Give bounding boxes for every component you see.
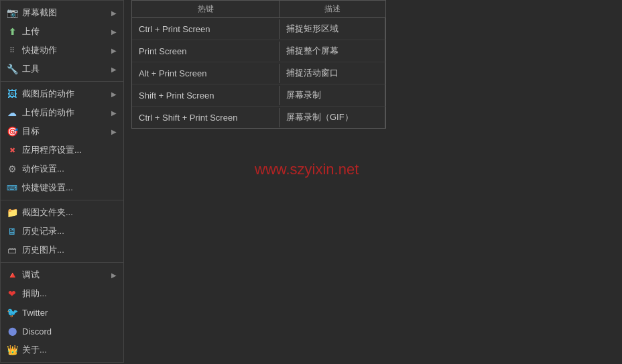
- hotkey-shortcut-3: Shift + Print Screen: [132, 86, 279, 105]
- twitter-label: Twitter: [22, 308, 117, 318]
- hotkey-row-4[interactable]: Ctrl + Shift + Print Screen屏幕录制（GIF）: [132, 107, 385, 128]
- header-desc-label: 描述: [279, 1, 385, 17]
- hotkeys-panel: 热键 描述 Ctrl + Print Screen捕捉矩形区域Print Scr…: [131, 0, 386, 129]
- screenshot-label: 屏幕截图: [22, 7, 111, 19]
- menu-item-hotkey-settings[interactable]: ⌨快捷键设置...: [1, 178, 123, 197]
- after-upload-icon: ☁: [6, 107, 18, 119]
- menu-item-donate[interactable]: ❤捐助...: [1, 284, 123, 303]
- menu-item-destinations[interactable]: 🎯目标▶: [1, 122, 123, 141]
- menu-item-screenshot[interactable]: 📷屏幕截图▶: [1, 3, 123, 22]
- discord-icon: ⬤: [6, 325, 18, 337]
- hotkey-shortcut-2: Alt + Print Screen: [132, 64, 279, 83]
- debug-arrow-icon: ▶: [111, 271, 117, 279]
- img-history-label: 历史图片...: [22, 244, 117, 256]
- upload-icon: ⬆: [6, 25, 18, 38]
- hotkey-row-1[interactable]: Print Screen捕捉整个屏幕: [132, 40, 385, 62]
- discord-label: Discord: [22, 326, 117, 337]
- hotkeys-header: 热键 描述: [132, 1, 385, 18]
- quick-actions-arrow-icon: ▶: [111, 47, 117, 54]
- quick-actions-label: 快捷动作: [22, 44, 111, 56]
- destinations-icon: 🎯: [6, 125, 18, 137]
- donate-icon: ❤: [6, 288, 18, 300]
- watermark: www.szyixin.net: [255, 161, 359, 178]
- hotkey-row-0[interactable]: Ctrl + Print Screen捕捉矩形区域: [132, 18, 385, 40]
- screenshot-arrow-icon: ▶: [111, 9, 117, 17]
- screenshot-icon: 📷: [6, 7, 18, 19]
- after-upload-label: 上传后的动作: [22, 107, 111, 119]
- tools-arrow-icon: ▶: [111, 66, 117, 73]
- after-capture-arrow-icon: ▶: [111, 90, 117, 98]
- hotkey-desc-0: 捕捉矩形区域: [279, 18, 385, 40]
- menu-item-history[interactable]: 🖥历史记录...: [1, 222, 123, 241]
- about-label: 关于...: [22, 344, 117, 356]
- app-settings-icon: ✖: [6, 144, 18, 156]
- destinations-label: 目标: [22, 125, 111, 137]
- history-label: 历史记录...: [22, 225, 117, 237]
- separator-11: [1, 200, 123, 200]
- menu-item-upload[interactable]: ⬆上传▶: [1, 22, 123, 41]
- menu-item-about[interactable]: 👑关于...: [1, 341, 123, 359]
- tools-icon: 🔧: [6, 63, 18, 75]
- screenshot-folder-label: 截图文件夹...: [22, 206, 117, 219]
- tools-label: 工具: [22, 63, 111, 75]
- hotkey-desc-3: 屏幕录制: [279, 84, 385, 106]
- quick-actions-icon: ⠿: [6, 44, 18, 56]
- task-settings-label: 动作设置...: [22, 163, 117, 175]
- separator-4: [1, 81, 123, 82]
- menu-item-screenshot-folder[interactable]: 📁截图文件夹...: [1, 203, 123, 222]
- menu-item-after-upload[interactable]: ☁上传后的动作▶: [1, 103, 123, 122]
- hotkey-settings-icon: ⌨: [6, 182, 18, 194]
- screenshot-folder-icon: 📁: [6, 206, 18, 219]
- menu-item-task-settings[interactable]: ⚙动作设置...: [1, 160, 123, 178]
- hotkey-row-3[interactable]: Shift + Print Screen屏幕录制: [132, 84, 385, 107]
- header-hotkey-label: 热键: [132, 1, 279, 17]
- donate-label: 捐助...: [22, 288, 117, 300]
- app-settings-label: 应用程序设置...: [22, 144, 117, 156]
- hotkey-desc-2: 捕捉活动窗口: [279, 62, 385, 84]
- destinations-arrow-icon: ▶: [111, 128, 117, 135]
- hotkey-desc-1: 捕捉整个屏幕: [279, 40, 385, 62]
- hotkey-shortcut-0: Ctrl + Print Screen: [132, 19, 279, 39]
- menu-item-debug[interactable]: 🔺调试▶: [1, 265, 123, 284]
- after-capture-icon: 🖼: [6, 88, 18, 100]
- menu-item-discord[interactable]: ⬤Discord: [1, 322, 123, 341]
- left-menu: 📷屏幕截图▶⬆上传▶⠿快捷动作▶🔧工具▶🖼截图后的动作▶☁上传后的动作▶🎯目标▶…: [0, 0, 124, 363]
- menu-item-tools[interactable]: 🔧工具▶: [1, 60, 123, 78]
- menu-item-after-capture[interactable]: 🖼截图后的动作▶: [1, 84, 123, 103]
- img-history-icon: 🗃: [6, 244, 18, 256]
- task-settings-icon: ⚙: [6, 163, 18, 175]
- debug-icon: 🔺: [6, 269, 18, 281]
- menu-item-app-settings[interactable]: ✖应用程序设置...: [1, 141, 123, 160]
- hotkey-shortcut-4: Ctrl + Shift + Print Screen: [132, 108, 279, 127]
- hotkey-desc-4: 屏幕录制（GIF）: [279, 107, 385, 128]
- upload-label: 上传: [22, 25, 111, 38]
- upload-arrow-icon: ▶: [111, 28, 117, 36]
- menu-item-quick-actions[interactable]: ⠿快捷动作▶: [1, 41, 123, 60]
- menu-item-img-history[interactable]: 🗃历史图片...: [1, 241, 123, 259]
- after-capture-label: 截图后的动作: [22, 88, 111, 100]
- separator-15: [1, 262, 123, 263]
- history-icon: 🖥: [6, 225, 18, 237]
- about-icon: 👑: [6, 344, 18, 356]
- menu-item-twitter[interactable]: 🐦Twitter: [1, 303, 123, 322]
- after-upload-arrow-icon: ▶: [111, 109, 117, 117]
- hotkey-row-2[interactable]: Alt + Print Screen捕捉活动窗口: [132, 62, 385, 84]
- hotkey-settings-label: 快捷键设置...: [22, 182, 117, 194]
- twitter-icon: 🐦: [6, 306, 18, 318]
- hotkey-shortcut-1: Print Screen: [132, 42, 279, 61]
- debug-label: 调试: [22, 269, 111, 281]
